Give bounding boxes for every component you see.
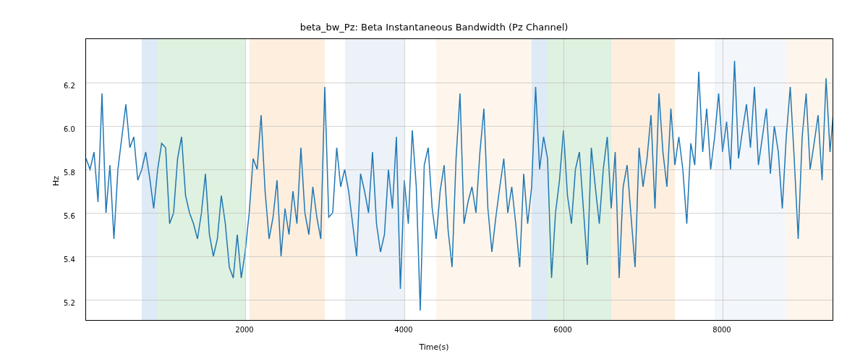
x-tick-label: 2000 [235,326,253,334]
y-tick-label: 5.4 [64,256,75,264]
x-tick-label: 4000 [394,326,412,334]
plot-area [85,38,833,321]
y-gridline [86,169,833,170]
chart-title: beta_bw_Pz: Beta Instantaneous Bandwidth… [0,22,868,33]
y-gridline [86,300,833,300]
series-line [86,61,833,311]
y-tick-label: 6.2 [64,82,75,90]
y-axis-label: Hz [51,176,61,186]
y-gridline [86,256,833,257]
y-tick-label: 5.6 [64,212,75,220]
x-gridline [404,39,405,320]
y-tick-label: 5.2 [64,299,75,307]
x-tick-label: 6000 [553,326,571,334]
y-gridline [86,83,833,83]
x-gridline [563,39,564,320]
x-tick-label: 8000 [712,326,731,334]
data-svg [86,39,833,321]
y-tick-label: 6.0 [64,125,75,133]
y-tick-label: 5.8 [64,169,75,177]
y-gridline [86,126,833,127]
y-gridline [86,213,833,214]
x-axis-label: Time(s) [0,342,868,352]
x-gridline [723,39,723,320]
chart-container: 20004000600080005.25.45.65.86.06.2 [85,38,833,321]
x-gridline [245,39,246,320]
